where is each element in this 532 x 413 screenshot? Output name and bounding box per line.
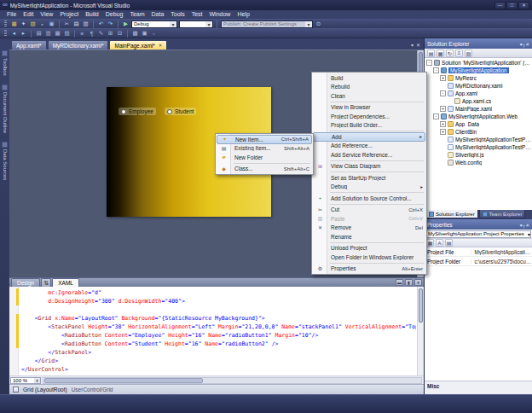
menu-item-new-folder[interactable]: ▰New Folder <box>217 153 312 162</box>
tree-item-myresrc[interactable]: +MyResrc <box>425 74 532 82</box>
find-icon[interactable]: ⊙ <box>315 20 322 28</box>
open-file-icon[interactable]: ▨ <box>29 20 37 28</box>
editor-toolbar-icon-10[interactable]: ▩ <box>131 30 139 38</box>
breadcrumb-current-element[interactable]: Grid (LayoutRoot) <box>23 387 67 393</box>
doc-tab-myrdictionary-xaml[interactable]: MyRDictionary.xaml* <box>48 40 109 49</box>
tree-expander[interactable]: - <box>433 67 439 73</box>
menu-item-edit[interactable]: Edit <box>20 10 37 19</box>
sidebar-tab-toolbox[interactable]: Toolbox <box>2 50 8 76</box>
editor-toolbar-icon-3[interactable]: ▦ <box>54 30 61 38</box>
menu-item-add-reference[interactable]: Add Reference... <box>313 142 425 151</box>
tree-item-solution-mysilverlightapplication-2-proj[interactable]: -Solution 'MySilverlightApplication' (2 … <box>425 59 532 67</box>
menu-item-clean[interactable]: Clean <box>313 91 425 101</box>
editor-toolbar-icon-5[interactable]: ≡ <box>78 30 86 38</box>
menu-item-window[interactable]: Window <box>206 10 234 19</box>
xaml-view-tab[interactable]: XAML <box>52 278 79 287</box>
publish-profile-combo[interactable]: Publish: Create Publish Settings▾ <box>221 20 313 28</box>
editor-vertical-scrollbar[interactable] <box>417 287 424 375</box>
split-horizontal-icon[interactable]: ▬ <box>396 279 403 286</box>
alphabetical-icon[interactable]: A <box>436 239 443 247</box>
xaml-code-editor[interactable]: mc:Ignorable="d" d:DesignHeight="300" d:… <box>9 287 424 375</box>
tree-item-mysilverlightapplicationtestpage-html[interactable]: MySilverlightApplicationTestPage.html <box>425 143 532 151</box>
tree-item-silverlight-js[interactable]: Silverlight.js <box>425 151 532 159</box>
menu-item-paste[interactable]: ▥PasteCtrl+V <box>313 214 425 224</box>
close-icon[interactable]: ✕ <box>525 223 529 228</box>
property-row[interactable]: Project FileMySilverlightApplication.csp… <box>425 247 532 257</box>
property-pages-icon[interactable]: ▤ <box>445 239 453 247</box>
tree-item-mysilverlightapplication-web[interactable]: -MySilverlightApplication.Web <box>425 113 532 120</box>
close-icon[interactable]: ✕ <box>525 42 529 47</box>
add-item-icon[interactable]: ✦ <box>20 20 27 28</box>
sidebar-tab-document-outline[interactable]: Document Outline <box>2 84 8 133</box>
scrollbar-thumb[interactable] <box>419 288 423 323</box>
menu-item-view-class-diagram[interactable]: ⊞View Class Diagram <box>313 162 425 172</box>
tree-item-app-data[interactable]: +App_Data <box>425 120 532 128</box>
menu-item-existing-item[interactable]: ▤Existing Item...Shift+Alt+A <box>217 144 312 154</box>
object-selector-combo[interactable]: MySilverlightApplication Project Propert… <box>425 230 531 238</box>
editor-toolbar-icon-8[interactable]: ⊞ <box>107 30 114 38</box>
tree-item-myrdictionary-xaml[interactable]: MyRDictionary.xaml <box>425 82 532 90</box>
scrollbar-thumb[interactable] <box>44 378 203 383</box>
design-view-tab[interactable]: Design <box>11 278 40 287</box>
redo-icon[interactable]: ↷ <box>107 20 114 28</box>
solution-configurations-combo[interactable]: Debug▾ <box>131 20 177 28</box>
close-document-icon[interactable]: ✕ <box>416 42 420 48</box>
tree-expander[interactable]: + <box>440 106 446 112</box>
tree-item-app-xaml-cs[interactable]: App.xaml.cs <box>425 97 532 105</box>
menu-item-class[interactable]: ◆Class...Shift+Alt+C <box>217 165 312 174</box>
view-designer-icon[interactable]: ▧ <box>465 49 472 57</box>
menu-item-team[interactable]: Team <box>126 10 147 19</box>
tree-item-app-xaml[interactable]: -App.xaml <box>425 90 532 97</box>
tree-item-clientbin[interactable]: +ClientBin <box>425 128 532 136</box>
save-all-icon[interactable]: ▣ <box>48 20 55 28</box>
editor-horizontal-scrollbar[interactable] <box>43 377 422 384</box>
close-button[interactable]: ✕ <box>518 2 529 9</box>
editor-toolbar-icon-11[interactable]: ▣ <box>141 30 148 38</box>
navigate-forward-icon[interactable]: ▸ <box>20 30 27 38</box>
zoom-combo[interactable]: 100 % ▾ <box>10 377 41 384</box>
menu-item-properties[interactable]: ⚙PropertiesAlt+Enter <box>313 265 425 274</box>
tree-item-mysilverlightapplication[interactable]: -MySilverlightApplication <box>425 67 532 74</box>
property-row[interactable]: Project Folderc:\users\u22975\documents\ <box>425 257 532 266</box>
menu-item-add[interactable]: Add▸ <box>313 132 425 142</box>
tree-item-web-config[interactable]: Web.config <box>425 159 532 166</box>
panel-tab-team-explorer[interactable]: Team Explorer <box>479 210 526 218</box>
radiobutton-student[interactable]: Student <box>165 108 196 115</box>
menu-item-rename[interactable]: Rename <box>313 232 425 241</box>
editor-toolbar-icon-2[interactable]: ▥ <box>44 30 52 38</box>
editor-toolbar-icon-6[interactable]: ¶ <box>88 30 95 38</box>
maximize-button[interactable]: □ <box>506 2 518 9</box>
editor-toolbar-icon-12[interactable]: ▫ <box>150 30 158 38</box>
refresh-icon[interactable]: ↻ <box>446 49 454 57</box>
doc-tab-mainpage-xaml[interactable]: MainPage.xaml*✕ <box>109 40 167 49</box>
new-project-icon[interactable]: ▦ <box>10 20 18 28</box>
editor-toolbar-icon-1[interactable]: ▤ <box>35 30 43 38</box>
tree-item-mysilverlightapplicationtestpage-aspx[interactable]: MySilverlightApplicationTestPage.aspx <box>425 136 532 143</box>
menu-item-debug[interactable]: Debug▸ <box>313 183 425 192</box>
undo-icon[interactable]: ↶ <box>97 20 105 28</box>
properties-icon[interactable]: ▤ <box>427 49 435 57</box>
swap-panes-icon[interactable]: ⇅ <box>41 278 51 287</box>
view-code-icon[interactable]: ≡ <box>455 49 463 57</box>
tree-expander[interactable]: - <box>440 90 446 96</box>
navigate-backward-icon[interactable]: ◂ <box>10 30 18 38</box>
menu-item-help[interactable]: Help <box>234 10 252 19</box>
categorized-icon[interactable]: ▦ <box>426 239 434 247</box>
radiobutton-employee[interactable]: Employee <box>119 108 156 115</box>
collapse-pane-icon[interactable]: ▾ <box>414 279 422 286</box>
menu-item-debug[interactable]: Debug <box>102 10 127 19</box>
editor-toolbar-icon-9[interactable]: ⊟ <box>116 30 124 38</box>
save-icon[interactable]: ▪ <box>38 20 46 28</box>
menu-item-test[interactable]: Test <box>188 10 206 19</box>
minimize-button[interactable]: — <box>494 2 506 9</box>
menu-item-tools[interactable]: Tools <box>167 10 188 19</box>
tree-expander[interactable]: + <box>440 75 446 81</box>
editor-toolbar-icon-7[interactable]: ✎ <box>97 30 105 38</box>
solution-platforms-combo[interactable]: ▾ <box>179 20 213 28</box>
menu-item-cut[interactable]: ✂CutCtrl+X <box>313 206 425 215</box>
menu-item-build[interactable]: Build <box>82 10 102 19</box>
copy-icon[interactable]: ▤ <box>72 20 80 28</box>
menu-item-open-folder-in-windows-explorer[interactable]: Open Folder in Windows Explorer <box>313 253 425 262</box>
breadcrumb-path[interactable]: UserControl/Grid <box>72 387 113 393</box>
menu-item-project[interactable]: Project <box>56 10 82 19</box>
